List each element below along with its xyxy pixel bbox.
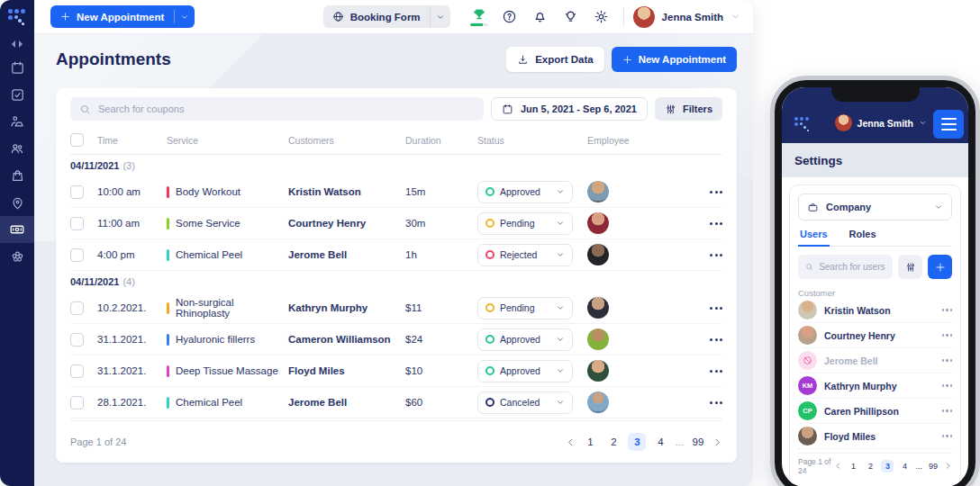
phone-filters-button[interactable] (898, 255, 922, 279)
row-menu-button[interactable] (665, 370, 722, 373)
settings-button[interactable] (593, 9, 611, 24)
table-row[interactable]: 31.1.2021. Deep Tissue Massage Floyd Mil… (70, 356, 722, 387)
user-menu[interactable]: Jenna Smith (633, 6, 740, 28)
table-row[interactable]: 31.1.2021. Hyaluronic fillerrs Cameron W… (70, 324, 722, 356)
booking-form-button[interactable]: Booking Form (323, 5, 450, 28)
phone-list-item[interactable]: Floyd Miles (798, 424, 952, 449)
page-number[interactable]: 99 (927, 460, 939, 472)
item-menu-button[interactable] (942, 435, 953, 437)
next-page-button[interactable] (944, 462, 952, 470)
page-number-active[interactable]: 3 (628, 433, 646, 451)
table-row[interactable]: 10:00 am Body Workout Kristin Watson 15m… (70, 176, 722, 208)
item-menu-button[interactable] (942, 334, 953, 337)
row-checkbox[interactable] (70, 333, 84, 346)
sidebar-item-orders[interactable] (0, 162, 34, 189)
row-menu-button[interactable] (665, 222, 722, 225)
new-appointment-button[interactable]: New Appointment (612, 47, 737, 72)
page-number[interactable]: 4 (898, 460, 911, 472)
status-dropdown[interactable]: Approved (477, 181, 573, 203)
sidebar-item-customers[interactable] (0, 135, 34, 162)
row-checkbox[interactable] (70, 302, 84, 315)
page-number[interactable]: 2 (864, 460, 876, 472)
sidebar-item-services[interactable] (0, 108, 34, 135)
help-button[interactable] (501, 9, 519, 24)
sidebar-item-tasks[interactable] (0, 81, 34, 108)
sidebar-item-calendar[interactable] (0, 54, 34, 81)
next-page-button[interactable] (712, 437, 722, 447)
chevron-down-icon (556, 303, 565, 312)
sidebar-collapse-icon[interactable] (10, 40, 24, 49)
hamburger-menu-button[interactable] (933, 110, 964, 139)
company-dropdown[interactable]: Company (798, 194, 952, 220)
page-number[interactable]: 1 (847, 460, 859, 472)
phone-list-item[interactable]: CP Caren Phillipson (798, 399, 952, 424)
filters-label: Filters (683, 104, 712, 114)
date-range-picker[interactable]: Jun 5, 2021 - Sep 6, 2021 (491, 97, 648, 121)
row-checkbox[interactable] (70, 217, 84, 230)
prev-page-button[interactable] (834, 462, 842, 470)
table-row[interactable]: 11:00 am Some Service Courtney Henry 30m… (70, 208, 722, 239)
status-dot (485, 366, 495, 375)
achievements-button[interactable] (470, 8, 488, 26)
prev-page-button[interactable] (566, 437, 576, 447)
user-name: Jenna Smith (662, 12, 723, 22)
item-menu-button[interactable] (942, 359, 953, 362)
phone-list-item[interactable]: Kristin Watson (798, 298, 952, 323)
banknote-icon (9, 221, 25, 238)
export-data-button[interactable]: Export Data (506, 47, 604, 72)
sidebar-item-integrations[interactable] (0, 243, 34, 270)
phone-add-user-button[interactable] (928, 255, 952, 279)
page-number-active[interactable]: 3 (881, 460, 894, 472)
phone-list-item[interactable]: Courtney Henry (798, 323, 952, 348)
tab-users[interactable]: Users (798, 229, 830, 247)
table-row[interactable]: 28.1.2021. Chemical Peel Jerome Bell $60… (70, 387, 722, 418)
row-menu-button[interactable] (665, 338, 722, 341)
row-checkbox[interactable] (70, 248, 84, 262)
app-logo[interactable] (0, 0, 34, 34)
select-all-checkbox[interactable] (70, 133, 84, 147)
new-appointment-dropdown-arrow[interactable] (175, 13, 195, 22)
page-number[interactable]: 2 (604, 433, 622, 451)
notifications-button[interactable] (531, 9, 549, 24)
booking-form-dropdown-arrow[interactable] (431, 13, 450, 22)
plus-icon (622, 55, 632, 65)
ideas-button[interactable] (562, 9, 580, 24)
flower-icon (10, 249, 25, 265)
page-number[interactable]: 4 (651, 433, 669, 451)
status-dropdown[interactable]: Pending (477, 212, 573, 235)
row-checkbox[interactable] (70, 185, 84, 199)
cell-service: Some Service (176, 218, 240, 229)
row-menu-button[interactable] (665, 191, 722, 194)
appointments-card: Jun 5, 2021 - Sep 6, 2021 Filters Time S… (56, 88, 737, 463)
status-dropdown[interactable]: Approved (477, 360, 573, 382)
sidebar-item-finance[interactable] (0, 216, 34, 243)
download-icon (517, 54, 529, 66)
page-number[interactable]: 1 (581, 433, 599, 451)
row-checkbox[interactable] (70, 396, 84, 410)
page-number[interactable]: 99 (689, 433, 707, 451)
row-menu-button[interactable] (665, 307, 722, 310)
status-dropdown[interactable]: Approved (477, 328, 573, 351)
item-menu-button[interactable] (942, 309, 953, 311)
col-service: Service (167, 135, 288, 146)
row-menu-button[interactable] (665, 401, 722, 404)
phone-search-input[interactable] (819, 262, 885, 272)
filters-button[interactable]: Filters (655, 97, 722, 121)
row-menu-button[interactable] (665, 254, 722, 256)
tab-roles[interactable]: Roles (848, 229, 878, 246)
phone-user-menu[interactable]: Jenna Smith (835, 114, 927, 131)
item-menu-button[interactable] (942, 384, 953, 387)
new-appointment-split-button[interactable]: New Appointment (50, 5, 195, 28)
phone-list-item[interactable]: KM Kathryn Murphy (798, 374, 952, 399)
item-menu-button[interactable] (942, 410, 953, 412)
phone-list-item[interactable]: Jerome Bell (798, 348, 952, 374)
table-row[interactable]: 4:00 pm Chemical Peel Jerome Bell 1h Rej… (70, 239, 722, 271)
sidebar-item-locations[interactable] (0, 189, 34, 216)
search-input[interactable] (98, 104, 475, 114)
status-dropdown[interactable]: Pending (477, 297, 573, 320)
row-checkbox[interactable] (70, 364, 84, 378)
table-row[interactable]: 10.2.2021. Non-surgical Rhinoplasty Kath… (70, 292, 722, 324)
employee-avatar (587, 181, 609, 202)
status-dropdown[interactable]: Canceled (477, 392, 573, 414)
status-dropdown[interactable]: Rejected (477, 244, 573, 266)
